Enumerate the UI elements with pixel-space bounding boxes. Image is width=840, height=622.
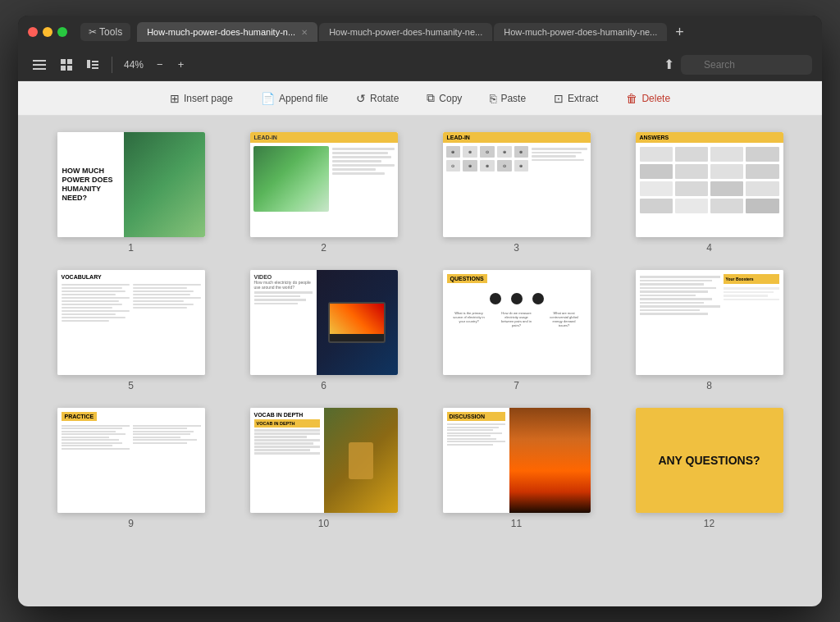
copy-label: Copy xyxy=(439,93,462,104)
insert-page-button[interactable]: ⊞ Insert page xyxy=(163,89,240,108)
sidebar-toggle-button[interactable] xyxy=(28,57,51,73)
rotate-label: Rotate xyxy=(370,93,399,104)
zoom-down-button[interactable]: − xyxy=(152,55,168,74)
tab-1[interactable]: How-much-power-does-humanity-n... ✕ xyxy=(137,22,317,42)
page-number-11: 11 xyxy=(511,518,522,529)
list-view-button[interactable] xyxy=(82,57,103,73)
svg-rect-2 xyxy=(33,68,46,70)
list-item: DISCUSSION 11 xyxy=(428,408,605,529)
page-thumb-1[interactable]: HOW MUCH POWER DOES HUMANITY NEED? xyxy=(57,132,205,237)
extract-icon: ⊡ xyxy=(554,92,564,105)
tab-1-label: How-much-power-does-humanity-n... xyxy=(147,27,295,37)
page-thumb-5[interactable]: VOCABULARY xyxy=(57,270,205,375)
close-button[interactable] xyxy=(28,27,38,37)
page-thumb-6[interactable]: VIDEO How much electricity do people use… xyxy=(250,270,398,375)
delete-button[interactable]: 🗑 Delete xyxy=(619,89,677,108)
page-number-10: 10 xyxy=(318,518,329,529)
page-thumb-8[interactable]: Your Boosters xyxy=(636,270,783,375)
slide-6: VIDEO How much electricity do people use… xyxy=(250,270,398,375)
toolbar-separator-1 xyxy=(112,57,112,73)
list-item: VOCABULARY xyxy=(43,270,219,391)
slide-8: Your Boosters xyxy=(636,270,783,375)
svg-rect-9 xyxy=(92,64,98,66)
slide-12: ANY QUESTIONS? xyxy=(636,408,783,513)
page-number-12: 12 xyxy=(704,518,714,529)
page-number-9: 9 xyxy=(128,518,134,529)
page-number-6: 6 xyxy=(321,380,326,391)
content-area[interactable]: HOW MUCH POWER DOES HUMANITY NEED? 1 LEA… xyxy=(18,116,822,606)
append-file-label: Append file xyxy=(279,93,328,104)
paste-button[interactable]: ⎘ Paste xyxy=(483,89,532,108)
append-file-button[interactable]: 📄 Append file xyxy=(254,89,335,108)
list-item: ANY QUESTIONS? 12 xyxy=(621,408,797,529)
delete-label: Delete xyxy=(641,93,670,104)
paste-icon: ⎘ xyxy=(490,92,496,105)
toolbar-right: ⬆ 🔍 xyxy=(664,55,812,75)
page-number-2: 2 xyxy=(321,242,326,254)
tab-3[interactable]: How-much-power-does-humanity-ne... xyxy=(494,23,667,41)
page-number-5: 5 xyxy=(128,380,134,391)
list-item: VOCAB IN DEPTH VOCAB IN DEPTH xyxy=(235,408,412,529)
slide-3: LEAD-IN ⊕ ⊗ ⊙ ⊕ ⊗ ⊙ ⊕ ⊗ ⊙ xyxy=(443,132,591,237)
list-item: HOW MUCH POWER DOES HUMANITY NEED? 1 xyxy=(43,132,219,254)
slide-5: VOCABULARY xyxy=(57,270,205,375)
rotate-button[interactable]: ↺ Rotate xyxy=(349,89,405,108)
page-number-7: 7 xyxy=(514,380,519,391)
insert-page-icon: ⊞ xyxy=(170,92,180,105)
slide-7: QUESTIONS What is the primary source of … xyxy=(443,270,591,375)
svg-rect-6 xyxy=(67,66,72,71)
copy-button[interactable]: ⧉ Copy xyxy=(420,88,468,108)
pages-grid: HOW MUCH POWER DOES HUMANITY NEED? 1 LEA… xyxy=(43,132,797,529)
list-item: ANSWERS xyxy=(621,132,797,254)
grid-view-button[interactable] xyxy=(56,56,77,74)
page-thumb-2[interactable]: LEAD-IN xyxy=(250,132,398,237)
slide-1: HOW MUCH POWER DOES HUMANITY NEED? xyxy=(57,132,205,237)
copy-icon: ⧉ xyxy=(427,91,435,105)
paste-label: Paste xyxy=(500,93,526,104)
tab-2-label: How-much-power-does-humanity-ne... xyxy=(329,27,482,37)
tab-2[interactable]: How-much-power-does-humanity-ne... xyxy=(319,23,492,41)
tab-3-label: How-much-power-does-humanity-ne... xyxy=(504,27,657,37)
svg-rect-8 xyxy=(92,61,98,62)
page-number-3: 3 xyxy=(514,242,519,254)
page-number-4: 4 xyxy=(706,242,712,254)
search-wrapper: 🔍 xyxy=(681,55,812,75)
list-item: Your Boosters 8 xyxy=(621,270,797,391)
app-window: ✂ Tools How-much-power-does-humanity-n..… xyxy=(18,16,822,606)
list-item: LEAD-IN ⊕ ⊗ ⊙ ⊕ ⊗ ⊙ ⊕ ⊗ ⊙ xyxy=(428,132,605,254)
rotate-icon: ↺ xyxy=(356,92,366,105)
svg-rect-1 xyxy=(33,64,46,66)
zoom-level-button[interactable]: 44% xyxy=(121,57,147,72)
extract-label: Extract xyxy=(568,93,598,104)
page-thumb-3[interactable]: LEAD-IN ⊕ ⊗ ⊙ ⊕ ⊗ ⊙ ⊕ ⊗ ⊙ xyxy=(443,132,591,237)
slide-4: ANSWERS xyxy=(636,132,783,237)
fullscreen-button[interactable] xyxy=(57,27,67,37)
search-input[interactable] xyxy=(681,55,812,75)
slide-11: DISCUSSION xyxy=(443,408,591,513)
slide-1-title: HOW MUCH POWER DOES HUMANITY NEED? xyxy=(62,167,119,202)
append-file-icon: 📄 xyxy=(261,92,275,105)
svg-rect-0 xyxy=(33,60,46,62)
svg-rect-3 xyxy=(61,59,66,64)
insert-page-label: Insert page xyxy=(184,93,233,104)
page-thumb-9[interactable]: PRACTICE xyxy=(57,408,205,513)
tools-button[interactable]: ✂ Tools xyxy=(80,23,130,41)
zoom-up-button[interactable]: + xyxy=(173,55,189,74)
tab-1-close[interactable]: ✕ xyxy=(300,26,308,38)
page-thumb-12[interactable]: ANY QUESTIONS? xyxy=(636,408,783,513)
slide-10: VOCAB IN DEPTH VOCAB IN DEPTH xyxy=(250,408,398,513)
minimize-button[interactable] xyxy=(43,27,52,37)
tabs-area: How-much-power-does-humanity-n... ✕ How-… xyxy=(137,22,812,43)
page-thumb-11[interactable]: DISCUSSION xyxy=(443,408,591,513)
page-thumb-7[interactable]: QUESTIONS What is the primary source of … xyxy=(443,270,591,375)
new-tab-button[interactable]: + xyxy=(669,22,691,43)
toolbar-left: 44% − + xyxy=(28,55,189,74)
svg-rect-5 xyxy=(61,66,66,71)
slide-2: LEAD-IN xyxy=(250,132,398,237)
svg-rect-4 xyxy=(67,59,72,64)
list-item: VIDEO How much electricity do people use… xyxy=(235,270,412,391)
page-thumb-4[interactable]: ANSWERS xyxy=(636,132,783,237)
share-button[interactable]: ⬆ xyxy=(664,57,674,72)
page-thumb-10[interactable]: VOCAB IN DEPTH VOCAB IN DEPTH xyxy=(250,408,398,513)
extract-button[interactable]: ⊡ Extract xyxy=(547,89,605,108)
